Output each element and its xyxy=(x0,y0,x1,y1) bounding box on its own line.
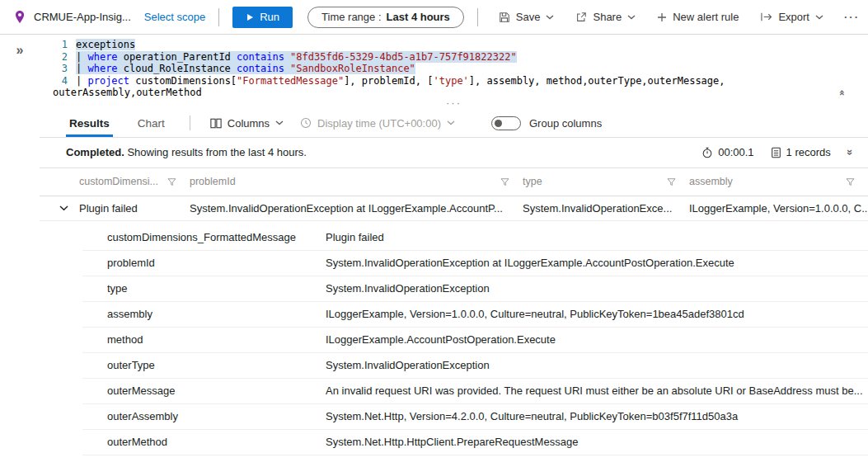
time-range-value: Last 4 hours xyxy=(387,11,450,23)
filter-icon[interactable] xyxy=(667,177,676,186)
main-panel: 1 exceptions 2 | where operation_ParentI… xyxy=(40,35,868,467)
app-insights-icon xyxy=(13,10,26,24)
share-icon xyxy=(575,12,587,23)
row-expander-icon[interactable] xyxy=(59,205,79,211)
editor-line[interactable]: outerAssembly,outerMethod xyxy=(40,87,835,99)
detail-key: outerMessage xyxy=(107,384,326,397)
save-button[interactable]: Save xyxy=(491,6,562,29)
column-header-label: type xyxy=(523,176,542,187)
column-header[interactable]: problemId xyxy=(190,176,523,187)
share-button[interactable]: Share xyxy=(568,6,643,29)
code-text: outerAssembly,outerMethod xyxy=(45,87,202,99)
records-icon xyxy=(771,147,781,158)
editor-line[interactable]: 2 | where operation_ParentId contains "8… xyxy=(40,51,835,64)
cell-customDimensions: Plugin failed xyxy=(79,202,190,215)
top-toolbar: CRMUE-App-Insig... Select scope Run Time… xyxy=(0,0,868,35)
display-time-button[interactable]: Display time (UTC+00:00) xyxy=(292,110,463,137)
column-header-label: customDimensi... xyxy=(79,176,158,187)
query-editor[interactable]: 1 exceptions 2 | where operation_ParentI… xyxy=(40,35,868,99)
editor-resize-handle[interactable]: ··· xyxy=(40,99,868,110)
detail-row[interactable]: outerMethod System.Net.Http.HttpClient.P… xyxy=(82,430,868,455)
run-button[interactable]: Run xyxy=(232,7,293,28)
play-icon xyxy=(246,13,254,21)
row-details: customDimensions_FormattedMessage Plugin… xyxy=(40,221,868,455)
elapsed-value: 00:00.1 xyxy=(718,146,753,158)
column-header-label: problemId xyxy=(190,176,236,187)
line-number: 3 xyxy=(40,63,68,75)
detail-row[interactable]: assembly ILoggerExample, Version=1.0.0.0… xyxy=(82,302,868,328)
detail-key: customDimensions_FormattedMessage xyxy=(107,231,326,243)
detail-value: System.Net.Http, Version=4.2.0.0, Cultur… xyxy=(326,410,868,422)
tabs-divider xyxy=(190,116,190,130)
tab-results[interactable]: Results xyxy=(66,110,113,137)
group-columns-toggle[interactable] xyxy=(491,116,521,130)
detail-key: method xyxy=(107,333,326,346)
cell-problemId: System.InvalidOperationException at ILog… xyxy=(190,202,523,215)
select-scope-link[interactable]: Select scope xyxy=(144,11,205,23)
detail-row[interactable]: method ILoggerExample.AccountPostOperati… xyxy=(82,328,868,353)
detail-row[interactable]: outerMessage An invalid request URI was … xyxy=(82,379,868,404)
app-name: CRMUE-App-Insig... xyxy=(34,11,131,23)
tab-chart[interactable]: Chart xyxy=(134,110,168,137)
detail-key: outerAssembly xyxy=(107,410,326,422)
detail-row[interactable]: type System.InvalidOperationException xyxy=(82,276,868,302)
detail-row[interactable]: outerAssembly System.Net.Http, Version=4… xyxy=(82,404,868,430)
cell-type: System.InvalidOperationExce... xyxy=(523,202,689,215)
detail-value: System.InvalidOperationException xyxy=(326,282,868,295)
group-columns-label: Group columns xyxy=(529,117,602,130)
status-message: Completed. Showing results from the last… xyxy=(66,146,307,158)
column-header[interactable]: type xyxy=(523,176,689,187)
filter-icon[interactable] xyxy=(500,177,509,186)
detail-row[interactable]: customDimensions_FormattedMessage Plugin… xyxy=(82,225,868,251)
status-right: 00:00.1 1 records » xyxy=(701,146,853,158)
columns-button[interactable]: Columns xyxy=(202,110,292,137)
save-icon xyxy=(499,12,510,23)
record-count: 1 records xyxy=(771,146,831,158)
editor-line[interactable]: 1 exceptions xyxy=(40,39,835,51)
column-header[interactable]: assembly xyxy=(689,176,868,187)
chevron-down-icon xyxy=(627,15,636,20)
header-cells: customDimensi... problemId type assembly xyxy=(79,176,868,187)
export-button[interactable]: Export xyxy=(753,6,831,29)
table-row[interactable]: Plugin failed System.InvalidOperationExc… xyxy=(40,196,868,221)
line-number: 4 xyxy=(40,75,68,87)
line-number: 1 xyxy=(40,39,68,51)
clock-icon xyxy=(300,117,312,129)
toolbar-divider xyxy=(477,8,478,26)
detail-row[interactable]: problemId System.InvalidOperationExcepti… xyxy=(82,251,868,276)
detail-value: Plugin failed xyxy=(326,231,868,243)
detail-key: problemId xyxy=(107,257,326,269)
chevron-down-icon xyxy=(815,15,823,20)
detail-row[interactable]: outerType System.InvalidOperationExcepti… xyxy=(82,353,868,379)
table-header-row: customDimensi... problemId type assembly xyxy=(40,168,868,196)
plus-icon xyxy=(657,12,667,22)
detail-key: type xyxy=(107,282,326,295)
elapsed-time: 00:00.1 xyxy=(701,146,753,158)
detail-value: System.InvalidOperationException xyxy=(326,359,868,371)
detail-key: outerMethod xyxy=(107,436,326,448)
toolbar-divider xyxy=(218,8,219,26)
collapse-editor-icon[interactable]: » xyxy=(836,89,848,96)
time-range-label: Time range : xyxy=(321,11,382,23)
toggle-knob xyxy=(495,120,502,127)
detail-value: System.Net.Http.HttpClient.PrepareReques… xyxy=(326,436,868,448)
new-alert-rule-button[interactable]: New alert rule xyxy=(650,6,746,29)
filter-icon[interactable] xyxy=(846,177,855,186)
editor-line[interactable]: 4 | project customDimensions["FormattedM… xyxy=(40,75,835,87)
expand-sidebar-icon[interactable]: » xyxy=(16,43,24,58)
status-completed: Completed. xyxy=(66,146,124,158)
display-time-label: Display time (UTC+00:00) xyxy=(317,117,441,130)
time-range-button[interactable]: Time range : Last 4 hours xyxy=(307,7,464,28)
status-rest: Showing results from the last 4 hours. xyxy=(127,146,307,158)
editor-line[interactable]: 3 | where cloud_RoleInstance contains "S… xyxy=(40,63,835,75)
column-header[interactable]: customDimensi... xyxy=(79,176,190,187)
chevron-down-icon xyxy=(447,120,455,125)
more-commands-button[interactable]: ··· xyxy=(838,11,866,23)
editor-lines: 1 exceptions 2 | where operation_ParentI… xyxy=(40,39,835,99)
left-rail: » xyxy=(0,35,40,467)
code-text: exceptions xyxy=(68,39,135,51)
expand-results-icon[interactable]: » xyxy=(844,149,856,155)
records-value: 1 records xyxy=(786,146,831,158)
filter-icon[interactable] xyxy=(167,177,176,186)
chevron-down-icon xyxy=(275,120,284,125)
